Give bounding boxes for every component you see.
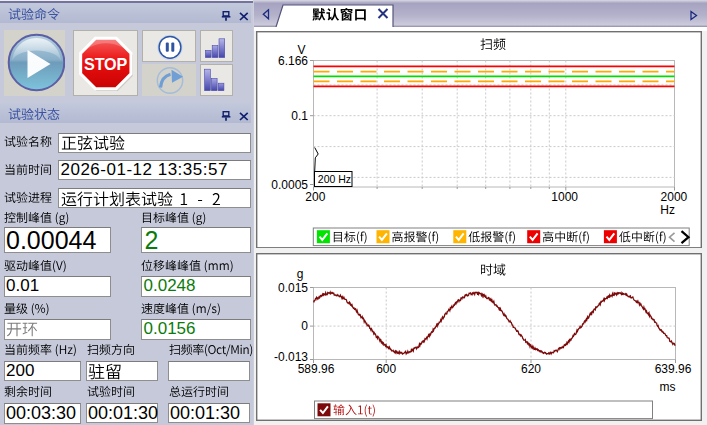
svg-text:ms: ms: [659, 380, 675, 394]
svg-text:620: 620: [520, 362, 540, 376]
svg-text:STOP: STOP: [84, 55, 127, 73]
svg-text:Hz: Hz: [660, 202, 675, 216]
svg-text:0: 0: [301, 319, 308, 333]
svg-text:200: 200: [305, 190, 325, 204]
svg-text:1000: 1000: [551, 190, 578, 204]
svg-text:200 Hz: 200 Hz: [317, 172, 350, 184]
svg-text:6.166: 6.166: [277, 53, 307, 67]
svg-text:600: 600: [376, 362, 396, 376]
svg-text:639.96: 639.96: [654, 362, 691, 376]
svg-text:589.96: 589.96: [297, 362, 334, 376]
svg-text:0.0005: 0.0005: [271, 177, 308, 191]
svg-text:g: g: [296, 267, 303, 281]
svg-text:0.015: 0.015: [277, 280, 307, 294]
svg-text:0.1: 0.1: [291, 108, 308, 122]
